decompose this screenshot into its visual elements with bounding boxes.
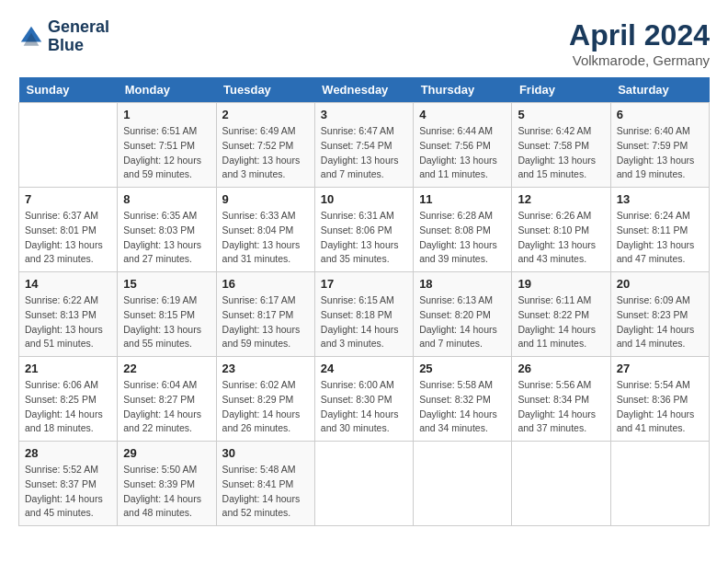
header-row: SundayMondayTuesdayWednesdayThursdayFrid… — [19, 77, 710, 103]
day-info: Sunrise: 5:50 AMSunset: 8:39 PMDaylight:… — [123, 463, 210, 521]
day-info: Sunrise: 6:11 AMSunset: 8:22 PMDaylight:… — [518, 293, 604, 351]
calendar-cell: 24Sunrise: 6:00 AMSunset: 8:30 PMDayligh… — [314, 357, 413, 442]
day-info: Sunrise: 6:17 AMSunset: 8:17 PMDaylight:… — [222, 293, 309, 351]
day-info: Sunrise: 6:13 AMSunset: 8:20 PMDaylight:… — [419, 293, 506, 351]
day-number: 11 — [419, 192, 506, 206]
day-info: Sunrise: 6:02 AMSunset: 8:29 PMDaylight:… — [222, 378, 309, 436]
calendar-cell: 3Sunrise: 6:47 AMSunset: 7:54 PMDaylight… — [314, 103, 413, 188]
day-info: Sunrise: 6:24 AMSunset: 8:11 PMDaylight:… — [617, 209, 703, 267]
week-row-5: 28Sunrise: 5:52 AMSunset: 8:37 PMDayligh… — [19, 442, 710, 526]
calendar-cell: 27Sunrise: 5:54 AMSunset: 8:36 PMDayligh… — [610, 357, 709, 442]
day-info: Sunrise: 6:22 AMSunset: 8:13 PMDaylight:… — [25, 293, 111, 351]
month-title: April 2024 — [569, 18, 710, 52]
day-info: Sunrise: 5:54 AMSunset: 8:36 PMDaylight:… — [617, 378, 703, 436]
day-info: Sunrise: 6:49 AMSunset: 7:52 PMDaylight:… — [222, 124, 309, 182]
day-number: 10 — [321, 192, 407, 206]
day-number: 7 — [25, 192, 111, 206]
day-number: 20 — [617, 277, 703, 291]
day-number: 19 — [518, 277, 604, 291]
calendar-cell: 16Sunrise: 6:17 AMSunset: 8:17 PMDayligh… — [216, 272, 314, 357]
day-number: 4 — [419, 108, 506, 121]
day-info: Sunrise: 6:28 AMSunset: 8:08 PMDaylight:… — [419, 209, 506, 267]
day-number: 22 — [123, 362, 210, 375]
calendar-cell — [19, 103, 118, 188]
day-number: 16 — [222, 277, 309, 291]
logo: General Blue — [18, 18, 109, 55]
day-info: Sunrise: 5:48 AMSunset: 8:41 PMDaylight:… — [222, 463, 309, 521]
calendar-cell: 19Sunrise: 6:11 AMSunset: 8:22 PMDayligh… — [512, 272, 610, 357]
calendar-cell: 25Sunrise: 5:58 AMSunset: 8:32 PMDayligh… — [414, 357, 512, 442]
day-number: 5 — [518, 108, 604, 121]
day-number: 9 — [222, 192, 309, 206]
day-info: Sunrise: 6:51 AMSunset: 7:51 PMDaylight:… — [123, 124, 210, 182]
day-number: 1 — [123, 108, 210, 121]
day-info: Sunrise: 6:06 AMSunset: 8:25 PMDaylight:… — [25, 378, 111, 436]
day-number: 15 — [123, 277, 210, 291]
day-info: Sunrise: 6:00 AMSunset: 8:30 PMDaylight:… — [321, 378, 407, 436]
day-number: 18 — [419, 277, 506, 291]
day-info: Sunrise: 6:35 AMSunset: 8:03 PMDaylight:… — [123, 209, 210, 267]
calendar-cell — [314, 442, 413, 526]
day-number: 14 — [25, 277, 111, 291]
calendar-cell: 20Sunrise: 6:09 AMSunset: 8:23 PMDayligh… — [610, 272, 709, 357]
calendar-cell: 22Sunrise: 6:04 AMSunset: 8:27 PMDayligh… — [118, 357, 216, 442]
logo-icon — [18, 24, 44, 50]
day-number: 24 — [321, 362, 407, 375]
day-number: 13 — [617, 192, 703, 206]
calendar-cell: 4Sunrise: 6:44 AMSunset: 7:56 PMDaylight… — [414, 103, 512, 188]
day-number: 2 — [222, 108, 309, 121]
calendar-cell: 1Sunrise: 6:51 AMSunset: 7:51 PMDaylight… — [118, 103, 216, 188]
week-row-3: 14Sunrise: 6:22 AMSunset: 8:13 PMDayligh… — [19, 272, 710, 357]
day-info: Sunrise: 6:26 AMSunset: 8:10 PMDaylight:… — [518, 209, 604, 267]
day-header-saturday: Saturday — [610, 77, 709, 103]
calendar-cell: 15Sunrise: 6:19 AMSunset: 8:15 PMDayligh… — [118, 272, 216, 357]
calendar-cell: 29Sunrise: 5:50 AMSunset: 8:39 PMDayligh… — [118, 442, 216, 526]
day-number: 6 — [617, 108, 703, 121]
day-number: 8 — [123, 192, 210, 206]
calendar-cell: 6Sunrise: 6:40 AMSunset: 7:59 PMDaylight… — [610, 103, 709, 188]
calendar-cell: 28Sunrise: 5:52 AMSunset: 8:37 PMDayligh… — [19, 442, 118, 526]
day-number: 25 — [419, 362, 506, 375]
calendar-cell: 17Sunrise: 6:15 AMSunset: 8:18 PMDayligh… — [314, 272, 413, 357]
calendar-cell: 7Sunrise: 6:37 AMSunset: 8:01 PMDaylight… — [19, 188, 118, 272]
calendar-cell: 26Sunrise: 5:56 AMSunset: 8:34 PMDayligh… — [512, 357, 610, 442]
day-number: 29 — [123, 446, 210, 460]
calendar-cell: 14Sunrise: 6:22 AMSunset: 8:13 PMDayligh… — [19, 272, 118, 357]
day-info: Sunrise: 6:31 AMSunset: 8:06 PMDaylight:… — [321, 209, 407, 267]
day-number: 30 — [222, 446, 309, 460]
day-header-wednesday: Wednesday — [314, 77, 413, 103]
day-info: Sunrise: 6:19 AMSunset: 8:15 PMDaylight:… — [123, 293, 210, 351]
calendar-cell: 21Sunrise: 6:06 AMSunset: 8:25 PMDayligh… — [19, 357, 118, 442]
day-number: 21 — [25, 362, 111, 375]
calendar-cell — [610, 442, 709, 526]
day-number: 26 — [518, 362, 604, 375]
calendar-cell: 9Sunrise: 6:33 AMSunset: 8:04 PMDaylight… — [216, 188, 314, 272]
day-info: Sunrise: 6:04 AMSunset: 8:27 PMDaylight:… — [123, 378, 210, 436]
day-number: 23 — [222, 362, 309, 375]
calendar-table: SundayMondayTuesdayWednesdayThursdayFrid… — [18, 77, 710, 526]
day-info: Sunrise: 6:37 AMSunset: 8:01 PMDaylight:… — [25, 209, 111, 267]
day-header-sunday: Sunday — [19, 77, 118, 103]
calendar-cell: 30Sunrise: 5:48 AMSunset: 8:41 PMDayligh… — [216, 442, 314, 526]
day-info: Sunrise: 6:15 AMSunset: 8:18 PMDaylight:… — [321, 293, 407, 351]
calendar-cell: 11Sunrise: 6:28 AMSunset: 8:08 PMDayligh… — [414, 188, 512, 272]
day-number: 28 — [25, 446, 111, 460]
calendar-cell: 12Sunrise: 6:26 AMSunset: 8:10 PMDayligh… — [512, 188, 610, 272]
day-info: Sunrise: 6:44 AMSunset: 7:56 PMDaylight:… — [419, 124, 506, 182]
day-info: Sunrise: 6:33 AMSunset: 8:04 PMDaylight:… — [222, 209, 309, 267]
calendar-cell: 5Sunrise: 6:42 AMSunset: 7:58 PMDaylight… — [512, 103, 610, 188]
day-info: Sunrise: 6:47 AMSunset: 7:54 PMDaylight:… — [321, 124, 407, 182]
day-info: Sunrise: 5:58 AMSunset: 8:32 PMDaylight:… — [419, 378, 506, 436]
day-info: Sunrise: 6:40 AMSunset: 7:59 PMDaylight:… — [617, 124, 703, 182]
calendar-cell: 10Sunrise: 6:31 AMSunset: 8:06 PMDayligh… — [314, 188, 413, 272]
calendar-cell: 2Sunrise: 6:49 AMSunset: 7:52 PMDaylight… — [216, 103, 314, 188]
day-header-thursday: Thursday — [414, 77, 512, 103]
calendar-cell: 23Sunrise: 6:02 AMSunset: 8:29 PMDayligh… — [216, 357, 314, 442]
day-header-tuesday: Tuesday — [216, 77, 314, 103]
logo-line1: General — [48, 18, 109, 37]
calendar-cell: 13Sunrise: 6:24 AMSunset: 8:11 PMDayligh… — [610, 188, 709, 272]
calendar-cell — [414, 442, 512, 526]
page-header: General Blue April 2024 Volkmarode, Germ… — [18, 18, 710, 68]
day-info: Sunrise: 6:42 AMSunset: 7:58 PMDaylight:… — [518, 124, 604, 182]
day-info: Sunrise: 6:09 AMSunset: 8:23 PMDaylight:… — [617, 293, 703, 351]
